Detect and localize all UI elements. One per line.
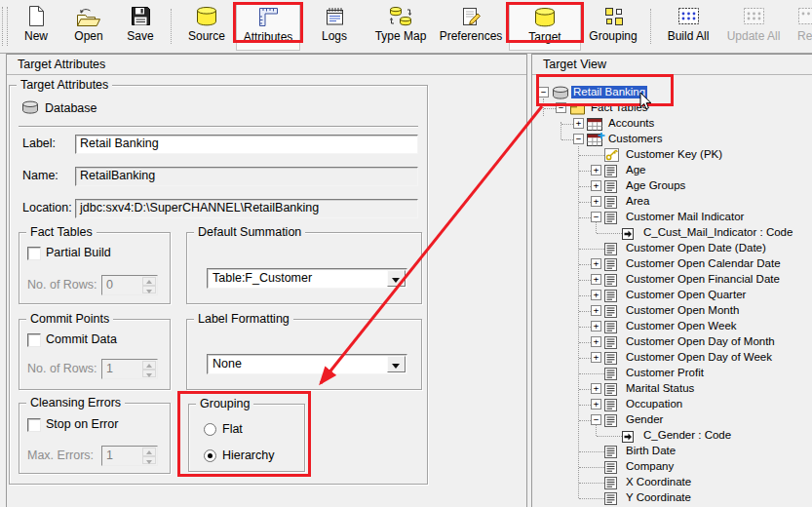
toolbar-button-attributes[interactable]: Attributes bbox=[236, 3, 300, 51]
tree-item-label[interactable]: Customer Open Week bbox=[624, 320, 739, 332]
toolbar-button-label: Grouping bbox=[589, 29, 637, 44]
tree-item-customer-open-date-date: Customer Open Date (Date) bbox=[0, 241, 812, 256]
tree-item-customer-open-financial-date: +Customer Open Financial Date bbox=[0, 272, 812, 288]
toolbar-button-label: Save bbox=[127, 29, 153, 44]
toolbar-button-label: Target bbox=[528, 30, 561, 45]
expand-toggle[interactable]: + bbox=[591, 196, 601, 207]
tree-item-label[interactable]: Customers bbox=[606, 133, 665, 145]
toolbar-button-type-map[interactable]: Type Map bbox=[368, 3, 433, 51]
tree-item-label[interactable]: Customer Open Day of Month bbox=[624, 335, 777, 348]
tree-item-label[interactable]: Customer Open Calendar Date bbox=[624, 257, 783, 270]
tree-item-label[interactable]: Fact Tables bbox=[589, 101, 650, 114]
expand-toggle[interactable]: + bbox=[591, 399, 601, 410]
toolbar-separator bbox=[645, 0, 657, 53]
target-database-icon bbox=[533, 4, 557, 30]
app-window: NewOpenSaveSourceAttributesLogsType MapP… bbox=[0, 0, 812, 507]
collapse-toggle[interactable]: − bbox=[556, 102, 566, 113]
toolbar: NewOpenSaveSourceAttributesLogsType MapP… bbox=[0, 0, 812, 54]
field-icon bbox=[604, 491, 617, 507]
tree-connector-stub bbox=[579, 249, 604, 250]
expand-toggle[interactable]: + bbox=[591, 165, 601, 176]
tree-item-label[interactable]: Customer Open Day of Week bbox=[624, 351, 774, 364]
tree-item-label[interactable]: Customer Key (PK) bbox=[624, 148, 724, 161]
toolbar-button-target[interactable]: Target bbox=[509, 3, 581, 51]
tree-item-customer-open-day-of-month: +Customer Open Day of Month bbox=[0, 334, 812, 350]
toolbar-button-label: Build All bbox=[668, 29, 710, 44]
toolbar-button-grouping[interactable]: Grouping bbox=[581, 3, 645, 51]
tree-item-label[interactable]: Age Groups bbox=[624, 179, 687, 192]
tree-item-label[interactable]: Area bbox=[624, 195, 651, 208]
tree-item-gender: −Gender bbox=[0, 412, 812, 428]
toolbar-button-logs[interactable]: Logs bbox=[300, 3, 368, 51]
tree-item-customer-mail-indicator: −Customer Mail Indicator bbox=[0, 210, 812, 225]
tree-item-label[interactable]: Customer Open Financial Date bbox=[624, 273, 782, 286]
expand-toggle[interactable]: + bbox=[591, 258, 601, 269]
collapse-toggle[interactable]: − bbox=[591, 414, 601, 425]
tree-connector-stub bbox=[579, 327, 591, 328]
expand-toggle[interactable]: + bbox=[591, 274, 601, 285]
tree-item-label[interactable]: Company bbox=[624, 460, 676, 473]
expand-toggle[interactable]: + bbox=[591, 180, 601, 191]
toolbar-button-label: Logs bbox=[322, 29, 347, 44]
tree-item-label[interactable]: Retail Banking bbox=[571, 86, 647, 98]
tree-connector-stub bbox=[579, 186, 591, 187]
tree-item-label[interactable]: Customer Open Date (Date) bbox=[624, 242, 768, 254]
resume-icon bbox=[797, 3, 812, 29]
tree-connector-stub bbox=[579, 389, 591, 390]
tree-item-c-gender-code: C_Gender : Code bbox=[0, 428, 812, 444]
tree-connector-stub bbox=[579, 217, 591, 218]
tree-item-label[interactable]: C_Cust_Mail_Indicator : Code bbox=[641, 226, 794, 239]
type-map-icon bbox=[389, 3, 412, 29]
expand-toggle[interactable]: + bbox=[591, 352, 601, 363]
expand-toggle[interactable]: + bbox=[591, 383, 601, 394]
tree-item-label[interactable]: Y Coordinate bbox=[624, 491, 693, 504]
tree-connector-stub bbox=[579, 420, 591, 421]
expand-toggle[interactable]: + bbox=[591, 321, 601, 332]
grouping-squares-icon bbox=[603, 3, 624, 29]
tree-item-label[interactable]: Birth Date bbox=[624, 445, 677, 457]
tree-item-customer-open-quarter: +Customer Open Quarter bbox=[0, 288, 812, 303]
tree-item-label[interactable]: Age bbox=[624, 164, 647, 176]
tree-item-label[interactable]: Marital Status bbox=[624, 382, 696, 395]
tree-connector-stub bbox=[579, 311, 591, 312]
toolbar-button-new[interactable]: New bbox=[10, 3, 62, 51]
expand-toggle[interactable]: + bbox=[591, 305, 601, 316]
collapse-toggle[interactable]: − bbox=[591, 212, 601, 222]
tree-item-label[interactable]: C_Gender : Code bbox=[641, 429, 733, 442]
tree-item-customer-open-month: +Customer Open Month bbox=[0, 303, 812, 319]
tree-item-label[interactable]: Accounts bbox=[606, 117, 656, 130]
toolbar-grip bbox=[2, 7, 8, 46]
tree-item-customer-open-calendar-date: +Customer Open Calendar Date bbox=[0, 256, 812, 272]
tree-item-label[interactable]: X Coordinate bbox=[624, 476, 693, 488]
tree-item-label[interactable]: Customer Open Quarter bbox=[624, 289, 748, 301]
expand-toggle[interactable]: + bbox=[591, 290, 601, 300]
collapse-toggle[interactable]: − bbox=[573, 134, 584, 144]
toolbar-button-preferences[interactable]: Preferences bbox=[433, 3, 509, 51]
tree-item-retail-banking: −Retail Banking bbox=[0, 85, 812, 100]
toolbar-button-label: Open bbox=[74, 29, 102, 44]
tree-item-y-coordinate: Y Coordinate bbox=[0, 490, 812, 506]
toolbar-button-build-all[interactable]: Build All bbox=[657, 3, 719, 51]
tree-connector-stub bbox=[544, 108, 556, 109]
collapse-toggle[interactable]: − bbox=[538, 87, 549, 98]
toolbar-button-source[interactable]: Source bbox=[177, 3, 236, 51]
tree-item-customers: −Customers bbox=[0, 132, 812, 147]
toolbar-button-label: Attributes bbox=[244, 30, 293, 45]
tree-connector-stub bbox=[579, 295, 591, 296]
expand-toggle[interactable]: + bbox=[591, 336, 601, 347]
toolbar-button-open[interactable]: Open bbox=[62, 3, 115, 51]
tree-item-x-coordinate: X Coordinate bbox=[0, 475, 812, 490]
tree-item-label[interactable]: Customer Profit bbox=[624, 367, 706, 379]
tree-connector-stub bbox=[579, 451, 604, 452]
new-document-icon bbox=[26, 3, 46, 29]
tree-item-label[interactable]: Gender bbox=[624, 413, 665, 426]
tree-connector-stub bbox=[579, 280, 591, 281]
expand-toggle[interactable]: + bbox=[573, 118, 584, 129]
tree-item-label[interactable]: Customer Open Month bbox=[624, 304, 741, 317]
tree-item-customer-profit: Customer Profit bbox=[0, 366, 812, 381]
toolbar-button-save[interactable]: Save bbox=[115, 3, 166, 51]
toolbar-button-label: New bbox=[24, 29, 48, 44]
tree-item-label[interactable]: Occupation bbox=[624, 398, 684, 410]
logs-notebook-icon bbox=[325, 3, 345, 29]
tree-item-label[interactable]: Customer Mail Indicator bbox=[624, 211, 746, 223]
